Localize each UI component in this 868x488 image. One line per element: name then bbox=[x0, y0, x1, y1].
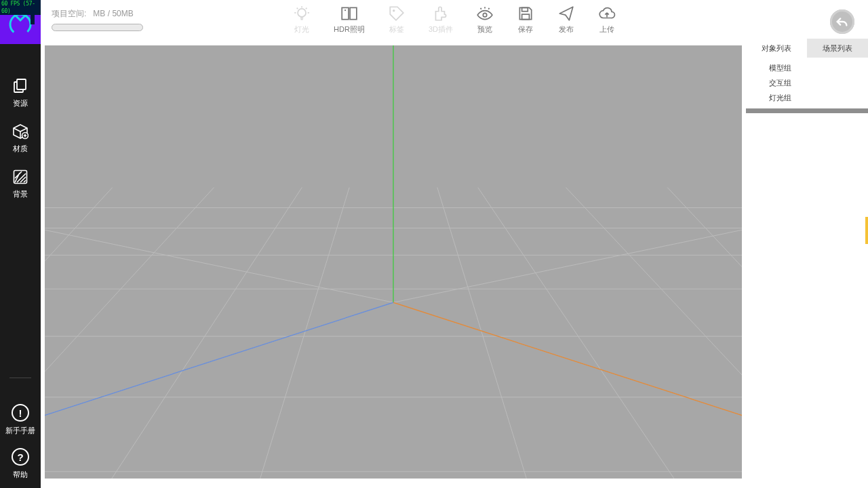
toolbar-label: 预览 bbox=[477, 24, 492, 35]
svg-rect-4 bbox=[17, 79, 26, 89]
material-icon bbox=[12, 123, 28, 140]
cloud-upload-icon bbox=[598, 5, 616, 22]
plugin-icon bbox=[432, 5, 450, 22]
svg-rect-14 bbox=[522, 14, 530, 20]
top-toolbar: 项目空间: MB / 50MB 灯光 HDR照明 bbox=[41, 0, 868, 39]
sidebar-item-help[interactable]: ? 帮助 bbox=[12, 448, 29, 480]
fps-overlay: 60 FPS (57-60) bbox=[0, 0, 41, 15]
sidebar-item-resource[interactable]: 资源 bbox=[12, 78, 28, 108]
sidebar-item-background[interactable]: 背景 bbox=[12, 169, 28, 199]
toolbar-label: 上传 bbox=[599, 24, 614, 35]
eye-icon bbox=[476, 5, 494, 22]
panel-separator[interactable] bbox=[746, 108, 868, 113]
viewport-3d[interactable] bbox=[45, 45, 742, 479]
axis-x bbox=[393, 303, 742, 464]
tag-icon bbox=[388, 5, 406, 22]
svg-rect-9 bbox=[350, 7, 357, 19]
tree-item-interact-group[interactable]: 交互组 bbox=[769, 78, 868, 88]
project-space-sep: / bbox=[105, 9, 112, 18]
sidebar-divider bbox=[9, 378, 31, 378]
toolbar-label: 3D插件 bbox=[429, 24, 453, 35]
project-space-prefix: 项目空间: bbox=[52, 9, 86, 18]
svg-line-29 bbox=[478, 188, 701, 479]
background-icon bbox=[12, 169, 28, 185]
viewport-grid bbox=[45, 45, 742, 479]
undo-icon bbox=[835, 14, 850, 29]
svg-line-27 bbox=[45, 188, 214, 479]
toolbar-preview-button[interactable]: 预览 bbox=[476, 5, 494, 35]
sidebar-item-guide[interactable]: ! 新手手册 bbox=[5, 404, 35, 436]
undo-button[interactable] bbox=[830, 9, 854, 34]
svg-line-26 bbox=[45, 188, 113, 479]
svg-line-28 bbox=[85, 188, 302, 479]
svg-rect-13 bbox=[522, 7, 528, 11]
svg-line-30 bbox=[566, 188, 742, 479]
toolbar-label: 标签 bbox=[389, 24, 404, 35]
toolbar-tag-button[interactable]: 标签 bbox=[388, 5, 406, 35]
tree-item-label: 灯光组 bbox=[769, 94, 791, 102]
svg-line-31 bbox=[667, 188, 742, 479]
tree-item-label: 模型组 bbox=[769, 64, 791, 72]
save-icon bbox=[517, 5, 534, 22]
project-space-info: 项目空间: MB / 50MB bbox=[52, 8, 143, 31]
project-space-total: 50MB bbox=[112, 9, 133, 18]
svg-point-10 bbox=[344, 9, 346, 11]
svg-point-12 bbox=[483, 13, 486, 16]
sidebar-item-label: 材质 bbox=[13, 144, 28, 154]
toolbar-label: 灯光 bbox=[294, 24, 309, 35]
sidebar-item-label: 资源 bbox=[13, 98, 28, 108]
axis-z bbox=[45, 303, 393, 464]
tab-label: 场景列表 bbox=[823, 43, 852, 54]
toolbar-label: 发布 bbox=[559, 24, 574, 35]
right-edge-handle[interactable] bbox=[865, 217, 868, 244]
svg-line-15 bbox=[45, 303, 393, 479]
light-bulb-icon bbox=[293, 5, 311, 22]
tab-objects[interactable]: 对象列表 bbox=[746, 39, 807, 58]
hdr-icon bbox=[340, 5, 358, 22]
copy-icon bbox=[12, 78, 28, 94]
tree-item-light-group[interactable]: 灯光组 bbox=[769, 93, 868, 103]
toolbar-label: 保存 bbox=[518, 24, 533, 35]
svg-line-16 bbox=[393, 303, 742, 479]
toolbar-upload-button[interactable]: 上传 bbox=[598, 5, 616, 35]
send-icon bbox=[557, 5, 575, 22]
sidebar-item-label: 新手手册 bbox=[5, 426, 35, 436]
tab-scene[interactable]: 场景列表 bbox=[807, 39, 868, 58]
sidebar-item-label: 背景 bbox=[13, 189, 28, 199]
toolbar-publish-button[interactable]: 发布 bbox=[557, 5, 575, 35]
app-logo[interactable]: 60 FPS (57-60) bbox=[0, 0, 41, 44]
toolbar-light-button[interactable]: 灯光 bbox=[293, 5, 311, 35]
tree-view: 模型组 交互组 灯光组 bbox=[746, 58, 868, 108]
toolbar-hdr-button[interactable]: HDR照明 bbox=[334, 5, 365, 35]
toolbar-plugin-button[interactable]: 3D插件 bbox=[429, 5, 453, 35]
exclaim-icon: ! bbox=[12, 404, 29, 422]
svg-line-18 bbox=[393, 181, 742, 303]
svg-point-11 bbox=[393, 9, 395, 12]
toolbar-save-button[interactable]: 保存 bbox=[517, 5, 534, 35]
question-icon: ? bbox=[12, 448, 29, 466]
toolbar-label: HDR照明 bbox=[334, 24, 365, 35]
svg-point-7 bbox=[298, 9, 306, 17]
svg-line-17 bbox=[45, 181, 393, 303]
tree-item-label: 交互组 bbox=[769, 79, 791, 87]
sidebar-item-label: 帮助 bbox=[13, 470, 28, 480]
svg-rect-8 bbox=[342, 7, 349, 19]
sidebar-item-material[interactable]: 材质 bbox=[12, 123, 28, 154]
right-panel: 对象列表 场景列表 模型组 交互组 灯光组 bbox=[746, 39, 868, 488]
tree-item-model-group[interactable]: 模型组 bbox=[769, 63, 868, 73]
quota-bar bbox=[52, 24, 143, 31]
tab-label: 对象列表 bbox=[762, 43, 791, 54]
project-space-used: MB bbox=[93, 9, 105, 18]
